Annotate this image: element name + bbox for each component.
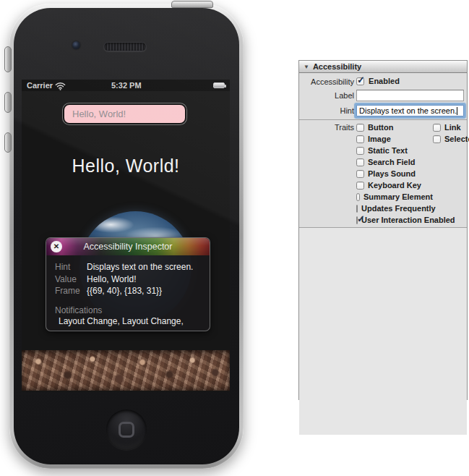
volume-up-button[interactable] (4, 92, 12, 113)
disclosure-triangle-icon[interactable]: ▼ (304, 64, 309, 70)
screenshot-root: Carrier 5:32 PM Hello, World! Hello, Wor… (0, 0, 469, 476)
hint-input[interactable]: Displays text on the screen. (356, 105, 464, 116)
hello-world-label: Hello, World! (22, 156, 230, 177)
inspector-body: Hint Displays text on the screen. Value … (46, 255, 210, 327)
trait-checkbox-keyboard-key[interactable]: Keyboard Key (356, 181, 433, 190)
panel-empty-area (299, 228, 467, 435)
inspector-notifications: Notifications Layout Change, Layout Chan… (55, 305, 210, 327)
carrier-label: Carrier (27, 81, 53, 90)
battery-icon (213, 82, 225, 88)
inspector-title-bar: ✕ Accessibility Inspector (46, 238, 210, 255)
notifications-value: Layout Change, Layout Change, (59, 316, 210, 327)
label-row-label: Label (299, 91, 354, 100)
simulator-screen: Carrier 5:32 PM Hello, World! Hello, Wor… (22, 80, 230, 392)
notifications-label: Notifications (55, 305, 210, 316)
trait-checkbox-search-field[interactable]: Search Field (356, 158, 433, 166)
power-button[interactable] (171, 1, 213, 8)
enabled-checkbox-label: Enabled (369, 77, 400, 85)
enabled-checkbox-box[interactable] (356, 77, 364, 85)
accessibility-inspector-panel: ✕ Accessibility Inspector Hint Displays … (46, 237, 210, 331)
mute-switch[interactable] (4, 46, 12, 72)
wifi-icon (55, 82, 66, 90)
trait-checkbox-link[interactable]: Link (433, 123, 461, 132)
inspector-row-frame: Frame {{69, 40}, {183, 31}} (55, 285, 210, 297)
traits-row-label: Traits (299, 123, 354, 132)
ground-texture-image (22, 350, 230, 391)
panel-header[interactable]: ▼ Accessibility (299, 61, 467, 73)
panel-traits-section: Traits Button Link Image (299, 120, 467, 228)
hello-text-field-value: Hello, World! (72, 109, 126, 119)
clock-label: 5:32 PM (111, 81, 142, 90)
trait-checkbox-static-text[interactable]: Static Text (356, 146, 433, 155)
volume-down-button[interactable] (4, 132, 12, 153)
hello-text-field[interactable]: Hello, World! (63, 103, 186, 124)
front-camera-icon (72, 41, 80, 49)
text-cursor (457, 107, 457, 115)
trait-checkbox-updates-frequently[interactable]: Updates Frequently (356, 204, 433, 213)
traits-grid: Button Link Image Selected (356, 122, 469, 226)
accessibility-row-label: Accessibility (299, 77, 354, 86)
panel-top-section: Accessibility Enabled Label Hint Display… (299, 73, 467, 120)
trait-checkbox-plays-sound[interactable]: Plays Sound (356, 169, 433, 178)
phone-front-glass: Carrier 5:32 PM Hello, World! Hello, Wor… (14, 8, 239, 464)
home-button-icon (119, 422, 134, 438)
earpiece-speaker (103, 42, 147, 51)
panel-header-title: Accessibility (313, 62, 361, 71)
close-icon[interactable]: ✕ (51, 241, 62, 252)
trait-checkbox-selected[interactable]: Selected (433, 135, 469, 143)
enabled-checkbox[interactable]: Enabled (356, 77, 400, 85)
accessibility-settings-panel: ▼ Accessibility Accessibility Enabled La… (298, 60, 468, 400)
trait-checkbox-summary-element[interactable]: Summary Element (356, 192, 433, 201)
label-input[interactable] (356, 90, 464, 101)
inspector-row-hint: Hint Displays text on the screen. (55, 261, 210, 273)
iphone-device: Carrier 5:32 PM Hello, World! Hello, Wor… (9, 4, 244, 469)
status-bar: Carrier 5:32 PM (22, 80, 230, 91)
hint-row-label: Hint (299, 106, 354, 115)
home-button[interactable] (106, 409, 147, 450)
trait-checkbox-image[interactable]: Image (356, 135, 433, 143)
trait-checkbox-user-interaction-enabled[interactable]: User Interaction Enabled (356, 216, 433, 224)
inspector-title: Accessibility Inspector (84, 242, 173, 252)
trait-checkbox-button[interactable]: Button (356, 123, 433, 132)
inspector-row-value: Value Hello, World! (55, 273, 210, 286)
